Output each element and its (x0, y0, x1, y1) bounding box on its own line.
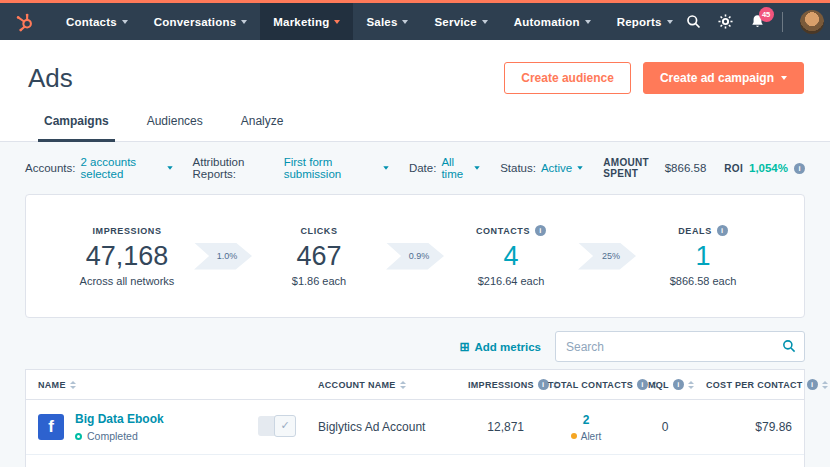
nav-item-label: Contacts (66, 16, 117, 28)
alert-dot-icon (571, 433, 577, 439)
notifications-bell-icon[interactable]: 45 (750, 14, 765, 30)
hubspot-logo-icon[interactable] (14, 3, 35, 40)
nav-item-automation[interactable]: Automation (501, 3, 604, 40)
total-contacts-cell: 0 (536, 455, 636, 467)
info-icon[interactable] (637, 379, 648, 390)
campaign-name-link[interactable]: Big Data Ebook (75, 412, 164, 426)
table-header-row: NAME ACCOUNT NAME IMPRESSIONS TOTAL CONT… (26, 370, 804, 400)
sort-icon (400, 381, 406, 389)
cost-per-contact-cell: $79.86 (694, 400, 804, 455)
contacts-metric-value[interactable]: 4 (444, 241, 578, 272)
column-header-account-name[interactable]: ACCOUNT NAME (306, 370, 456, 400)
chevron-down-icon (241, 20, 247, 24)
sort-icon (822, 381, 828, 389)
chevron-down-icon (334, 20, 340, 24)
nav-item-sales[interactable]: Sales (353, 3, 421, 40)
mql-cell: 0 (636, 455, 694, 467)
nav-right-tools: 45 biglytics.net (686, 3, 830, 40)
status-filter-label: Status: (500, 162, 536, 174)
nav-item-label: Sales (366, 16, 397, 28)
search-input[interactable] (555, 331, 805, 362)
search-icon[interactable] (686, 14, 701, 29)
attribution-filter-value: First form submission (284, 156, 378, 180)
chevron-down-icon (402, 20, 408, 24)
add-metrics-label: Add metrics (475, 341, 541, 353)
tab-audiences[interactable]: Audiences (141, 114, 209, 141)
date-filter-label: Date: (409, 162, 437, 174)
column-header-cost-per-contact[interactable]: COST PER CONTACT (694, 370, 804, 400)
roi-label: ROI (724, 163, 743, 174)
status-filter: Status: Active (500, 162, 583, 174)
create-audience-button[interactable]: Create audience (504, 62, 631, 94)
clicks-metric-value: 467 (252, 241, 386, 272)
column-label: COST PER CONTACT (706, 380, 803, 390)
date-filter-dropdown[interactable]: All time (441, 156, 480, 180)
deals-metric-sub: $866.58 each (636, 275, 770, 287)
conversion-arrow: 1.0% (194, 243, 252, 270)
clicks-metric-label: CLICKS (300, 226, 337, 236)
page-header-section: Ads Create audience Create ad campaign C… (0, 40, 830, 142)
mql-cell: 0 (636, 400, 694, 455)
nav-item-label: Marketing (273, 16, 329, 28)
create-ad-campaign-label: Create ad campaign (660, 71, 774, 85)
search-icon (782, 339, 796, 353)
deals-metric-value[interactable]: 1 (636, 241, 770, 272)
chevron-down-icon (167, 166, 172, 170)
settings-gear-icon[interactable] (718, 14, 733, 29)
contacts-metric-label: CONTACTS (476, 226, 530, 236)
create-audience-label: Create audience (521, 71, 614, 85)
column-header-name[interactable]: NAME (26, 370, 246, 400)
date-filter: Date: All time (409, 156, 480, 180)
info-icon[interactable] (673, 379, 684, 390)
status-filter-value: Active (541, 162, 572, 174)
campaigns-table: NAME ACCOUNT NAME IMPRESSIONS TOTAL CONT… (25, 369, 805, 467)
table-controls: Add metrics (25, 331, 805, 362)
clicks-metric: CLICKS 467 $1.86 each (252, 226, 386, 287)
chevron-down-icon (578, 166, 583, 170)
info-icon[interactable] (807, 379, 818, 390)
campaign-toggle[interactable] (258, 416, 294, 436)
table-row: ForceRank Active Biglytics (991-823-5383… (26, 455, 804, 467)
account-name-cell: Biglytics Ad Account (306, 400, 456, 455)
nav-item-conversations[interactable]: Conversations (141, 3, 260, 40)
sort-icon (70, 381, 76, 389)
info-icon[interactable] (717, 225, 728, 236)
divider (782, 12, 783, 32)
chevron-down-icon (667, 20, 673, 24)
nav-item-marketing[interactable]: Marketing (260, 3, 353, 40)
status-filter-dropdown[interactable]: Active (541, 162, 583, 174)
contacts-metric: CONTACTS 4 $216.64 each (444, 225, 578, 287)
add-metrics-button[interactable]: Add metrics (459, 341, 541, 353)
cost-per-contact-cell: n/a (694, 455, 804, 467)
column-label: IMPRESSIONS (468, 380, 534, 390)
nav-item-contacts[interactable]: Contacts (53, 3, 141, 40)
nav-item-label: Automation (514, 16, 580, 28)
conversion-rate-label: 0.9% (409, 251, 430, 261)
chevron-down-icon (585, 20, 591, 24)
conversion-rate-label: 25% (602, 251, 620, 261)
impressions-metric-sub: Across all networks (60, 275, 194, 287)
column-header-impressions[interactable]: IMPRESSIONS (456, 370, 536, 400)
column-header-toggle (246, 370, 306, 400)
contacts-metric-sub: $216.64 each (444, 275, 578, 287)
deals-metric: DEALS 1 $866.58 each (636, 225, 770, 287)
info-icon[interactable] (794, 163, 805, 174)
info-icon[interactable] (535, 225, 546, 236)
tab-campaigns[interactable]: Campaigns (38, 114, 115, 142)
nav-item-label: Conversations (154, 16, 236, 28)
conversion-rate-label: 1.0% (217, 251, 238, 261)
avatar[interactable] (800, 10, 824, 34)
total-contacts-link[interactable]: 2 (583, 413, 590, 427)
clicks-metric-sub: $1.86 each (252, 275, 386, 287)
attribution-filter-dropdown[interactable]: First form submission (284, 156, 389, 180)
attribution-filter: Attribution Reports: First form submissi… (193, 156, 389, 180)
nav-item-service[interactable]: Service (421, 3, 500, 40)
impressions-cell: 12,234 (456, 455, 536, 467)
chevron-down-icon (482, 20, 488, 24)
tab-analyze[interactable]: Analyze (235, 114, 290, 141)
column-label: NAME (38, 380, 66, 390)
accounts-filter-dropdown[interactable]: 2 accounts selected (81, 156, 173, 180)
create-ad-campaign-button[interactable]: Create ad campaign (643, 62, 804, 94)
column-header-total-contacts[interactable]: TOTAL CONTACTS (536, 370, 636, 400)
nav-item-reports[interactable]: Reports (604, 3, 686, 40)
